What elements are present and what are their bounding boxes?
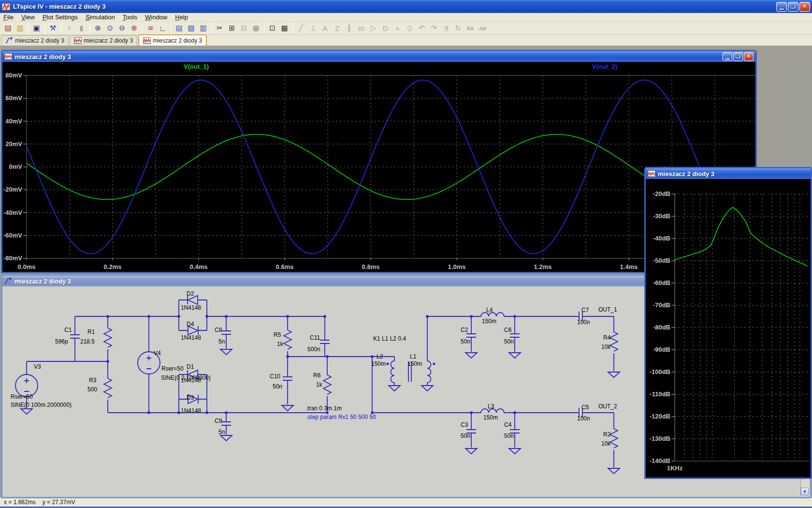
- waveform-window: mieszacz 2 diody 3 ▁ ❏ ✕ 80mV60mV40mV20m…: [1, 50, 757, 273]
- toolbar-separator: [292, 23, 293, 33]
- app-maximize-button[interactable]: ❏: [788, 2, 798, 12]
- copy-icon[interactable]: ⊞: [226, 23, 237, 34]
- cut-icon[interactable]: ✂: [214, 23, 225, 34]
- svg-text:0.8ms: 0.8ms: [362, 263, 380, 270]
- menu-plot-settings[interactable]: Plot Settings: [39, 14, 81, 21]
- open-icon[interactable]: ▥: [14, 23, 26, 34]
- schematic-label-500n: 500n: [307, 346, 320, 353]
- schematic-label-D1: D1: [187, 364, 194, 370]
- svg-text:-20dB: -20dB: [653, 190, 670, 197]
- menu-simulation[interactable]: Simulation: [82, 14, 118, 21]
- transient-plot[interactable]: 80mV60mV40mV20mV0mV-20mV-40mV-60mV-80mV0…: [2, 62, 755, 272]
- toolbar-separator: [264, 23, 264, 33]
- schematic-label-C9: C9: [215, 418, 222, 424]
- cascade-icon[interactable]: ▧: [186, 23, 197, 34]
- schematic-label-K1-L1-L2-0.4: K1 L1 L2 0.4: [373, 336, 406, 342]
- control-panel-icon[interactable]: ⚒: [47, 23, 58, 34]
- svg-text:80mV: 80mV: [5, 72, 22, 79]
- find-icon[interactable]: ◎: [250, 23, 261, 34]
- menu-tools[interactable]: Tools: [119, 14, 141, 21]
- schematic-label-L2: L2: [377, 354, 383, 360]
- svg-text:-80dB: -80dB: [653, 324, 670, 331]
- app-logo-icon: [2, 3, 11, 11]
- svg-text:1.0ms: 1.0ms: [448, 263, 466, 270]
- menu-view[interactable]: View: [18, 14, 38, 21]
- spectrum-window-title: mieszacz 2 diody 3: [658, 170, 714, 178]
- capacitor-icon: ∥: [344, 23, 355, 34]
- waveform-plot-area[interactable]: 80mV60mV40mV20mV0mV-20mV-40mV-60mV-80mV0…: [2, 62, 755, 272]
- save-icon[interactable]: ▣: [31, 23, 42, 34]
- autorange-icon[interactable]: ≋: [145, 23, 156, 34]
- schematic-label-OUT_2: OUT_2: [598, 403, 617, 410]
- schematic-label-C1: C1: [64, 327, 72, 333]
- svg-text:1.2ms: 1.2ms: [534, 263, 552, 270]
- tab-3-mieszacz-2-diody-3[interactable]: mieszacz 2 diody 3: [138, 34, 207, 45]
- svg-text:-100dB: -100dB: [650, 368, 670, 375]
- schematic-label-596p: 596p: [55, 339, 68, 345]
- move-icon: +: [392, 23, 403, 34]
- app-titlebar[interactable]: LTspice IV - mieszacz 2 diody 3 ▁ ❏ ✕: [0, 0, 812, 13]
- schematic-label-D4: D4: [187, 321, 194, 328]
- spice-directive-icon: .op: [477, 23, 488, 34]
- tabstrip: mieszacz 2 diody 3mieszacz 2 diody 3mies…: [0, 35, 812, 46]
- waveform-close-button[interactable]: ✕: [744, 52, 754, 61]
- waveform-maximize-button[interactable]: ❏: [733, 52, 743, 61]
- trace-label-V(out_1)[interactable]: V(out_1): [184, 63, 209, 70]
- waveform-minimize-button[interactable]: ▁: [723, 52, 732, 61]
- toolbar-separator: [89, 23, 90, 33]
- tab-2-mieszacz-2-diody-3[interactable]: mieszacz 2 diody 3: [70, 35, 137, 45]
- zoom-in-icon[interactable]: ⊕: [92, 23, 103, 34]
- mdi-workspace: mieszacz 2 diody 3 ▁ ❏ ✕ 80mV60mV40mV20m…: [0, 46, 812, 497]
- menu-help[interactable]: Help: [172, 14, 191, 21]
- schematic-label-.step-param-Rx1-50-500-50: .step param Rx1 50 500 50: [306, 414, 376, 420]
- zoom-area-icon[interactable]: ⊙: [104, 23, 116, 34]
- svg-text:-40mV: -40mV: [3, 209, 22, 216]
- menu-window[interactable]: Window: [142, 14, 171, 21]
- app-close-button[interactable]: ✕: [799, 2, 810, 12]
- toolbar-separator: [28, 23, 29, 33]
- schematic-label-C2: C2: [461, 327, 468, 333]
- waveform-icon: [74, 37, 82, 44]
- component-icon: D: [380, 23, 391, 34]
- print-preview-icon[interactable]: ⊡: [267, 23, 278, 34]
- zoom-full-icon[interactable]: ⊗: [129, 23, 140, 34]
- svg-text:-140dB: -140dB: [650, 457, 670, 464]
- wire-icon: ╱: [295, 23, 306, 34]
- svg-text:-110dB: -110dB: [650, 390, 670, 398]
- text-icon: Aa: [464, 23, 476, 34]
- schematic-label-150m: 150m: [482, 318, 496, 325]
- new-schematic-icon[interactable]: ▤: [2, 23, 14, 34]
- toolbar-separator: [61, 23, 61, 33]
- svg-text:-130dB: -130dB: [650, 435, 670, 442]
- schematic-icon: [5, 37, 13, 44]
- drag-icon: ◇: [404, 23, 415, 34]
- tile-horizontal-icon[interactable]: ▤: [174, 23, 185, 34]
- undo-icon: ↶: [416, 23, 427, 34]
- waveform-window-titlebar[interactable]: mieszacz 2 diody 3 ▁ ❏ ✕: [2, 51, 755, 62]
- schematic-label-50n: 50n: [461, 433, 470, 439]
- schematic-label-50n: 50n: [504, 339, 514, 345]
- axis-setup-icon[interactable]: ∟: [157, 23, 168, 34]
- schematic-label-50n: 50n: [504, 433, 514, 439]
- svg-text:-120dB: -120dB: [650, 413, 670, 420]
- scroll-down-button[interactable]: ▼: [801, 488, 809, 495]
- menu-file[interactable]: File: [0, 14, 17, 21]
- schematic-label-C11: C11: [310, 335, 320, 341]
- trace-label-V(out_2)[interactable]: V(out_2): [592, 63, 617, 70]
- tile-vertical-icon[interactable]: ▥: [198, 23, 209, 34]
- tab-1-mieszacz-2-diody-3[interactable]: mieszacz 2 diody 3: [1, 35, 69, 45]
- toolbar-separator: [211, 23, 212, 33]
- halt-icon: ▮: [76, 23, 87, 34]
- zoom-out-icon[interactable]: ⊖: [116, 23, 128, 34]
- print-icon[interactable]: ▦: [279, 23, 290, 34]
- ltspice-app: LTspice IV - mieszacz 2 diody 3 ▁ ❏ ✕ Fi…: [0, 0, 812, 508]
- mirror-icon: Ǝ: [440, 23, 451, 34]
- schematic-label-SINE-0-100m-2000000-: SINE(0 100m 2000000): [11, 402, 72, 408]
- schematic-label-R6: R6: [313, 373, 320, 379]
- spectrum-plot-area[interactable]: -20dB-30dB-40dB-50dB-60dB-70dB-80dB-90dB…: [646, 179, 811, 478]
- app-minimize-button[interactable]: ▁: [776, 2, 787, 12]
- schematic-label-C3: C3: [461, 422, 468, 428]
- spectrum-window-titlebar[interactable]: mieszacz 2 diody 3: [646, 168, 811, 179]
- schematic-label-L1: L1: [410, 354, 416, 360]
- spectrum-plot[interactable]: -20dB-30dB-40dB-50dB-60dB-70dB-80dB-90dB…: [646, 179, 811, 478]
